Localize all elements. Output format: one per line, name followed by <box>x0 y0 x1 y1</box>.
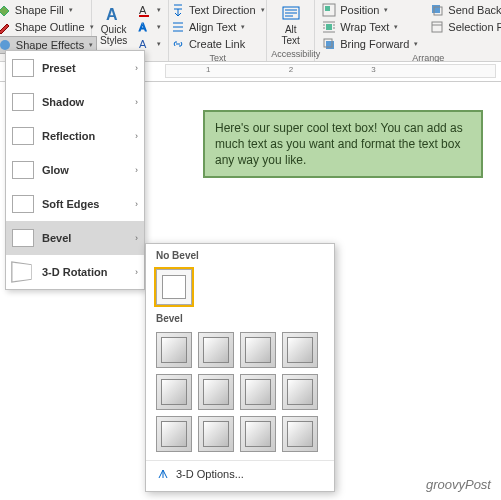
selection-pane-icon <box>430 20 444 34</box>
text-direction-button[interactable]: Text Direction▾ <box>168 2 268 18</box>
reflection-icon <box>12 127 34 145</box>
shadow-label: Shadow <box>42 96 84 108</box>
glow-label: Glow <box>42 164 69 176</box>
soft-edges-icon <box>12 195 34 213</box>
text-effects-icon: A <box>138 37 152 51</box>
svg-text:A: A <box>139 21 147 33</box>
bevel-swatch[interactable] <box>198 374 234 410</box>
svg-text:A: A <box>139 4 147 16</box>
watermark: groovyPost <box>426 477 491 492</box>
ruler-marks: 1 2 3 <box>165 64 496 78</box>
svg-rect-14 <box>432 22 442 32</box>
3d-options-button[interactable]: 3-D Options... <box>146 460 334 487</box>
bevel-swatch[interactable] <box>156 416 192 452</box>
align-text-label: Align Text <box>189 20 237 34</box>
text-outline-icon: A <box>138 20 152 34</box>
bevel-swatch[interactable] <box>156 374 192 410</box>
soft-edges-label: Soft Edges <box>42 198 99 210</box>
selection-pane-label: Selection Pane <box>448 20 501 34</box>
bring-forward-label: Bring Forward <box>340 37 409 51</box>
alt-text-button[interactable]: Alt Text <box>277 2 305 48</box>
letter-a-icon: A <box>104 4 124 24</box>
shape-effects-menu: Preset› Shadow› Reflection› Glow› Soft E… <box>5 50 145 290</box>
bevel-flyout: No Bevel Bevel 3-D Options... <box>145 243 335 492</box>
bevel-swatch[interactable] <box>282 374 318 410</box>
bevel-swatch[interactable] <box>198 332 234 368</box>
position-label: Position <box>340 3 379 17</box>
bring-forward-button[interactable]: Bring Forward▾ <box>319 36 421 52</box>
chevron-right-icon: › <box>135 131 138 141</box>
quick-styles-label: Quick Styles <box>100 24 127 46</box>
chevron-right-icon: › <box>135 233 138 243</box>
shape-fill-button[interactable]: Shape Fill▾ <box>0 2 97 18</box>
chevron-right-icon: › <box>135 165 138 175</box>
accessibility-group-label: Accessibility <box>271 48 310 61</box>
3d-options-label: 3-D Options... <box>176 468 244 480</box>
menu-item-bevel[interactable]: Bevel› <box>6 221 144 255</box>
bevel-swatch[interactable] <box>240 416 276 452</box>
shape-fill-label: Shape Fill <box>15 3 64 17</box>
svg-rect-12 <box>432 5 440 13</box>
text-fill-icon: A <box>138 3 152 17</box>
send-backward-icon <box>430 3 444 17</box>
align-text-icon <box>171 20 185 34</box>
wrap-text-label: Wrap Text <box>340 20 389 34</box>
text-direction-label: Text Direction <box>189 3 256 17</box>
send-backward-label: Send Backward <box>448 3 501 17</box>
svg-rect-10 <box>326 41 334 49</box>
no-bevel-section-label: No Bevel <box>146 244 334 265</box>
menu-item-reflection[interactable]: Reflection› <box>6 119 144 153</box>
wrap-text-icon <box>322 20 336 34</box>
no-bevel-swatch[interactable] <box>156 269 192 305</box>
position-icon <box>322 3 336 17</box>
bevel-swatch[interactable] <box>282 416 318 452</box>
glow-icon <box>12 161 34 179</box>
shape-outline-label: Shape Outline <box>15 20 85 34</box>
align-text-button[interactable]: Align Text▾ <box>168 19 268 35</box>
reflection-label: Reflection <box>42 130 95 142</box>
text-direction-icon <box>171 3 185 17</box>
create-link-label: Create Link <box>189 37 245 51</box>
chevron-right-icon: › <box>135 267 138 277</box>
wrap-text-button[interactable]: Wrap Text▾ <box>319 19 421 35</box>
menu-item-preset[interactable]: Preset› <box>6 51 144 85</box>
rotation-3d-label: 3-D Rotation <box>42 266 107 278</box>
text-outline-button[interactable]: A▾ <box>135 19 164 35</box>
bevel-swatch[interactable] <box>156 332 192 368</box>
svg-rect-3 <box>139 15 149 17</box>
shadow-icon <box>12 93 34 111</box>
link-icon <box>171 37 185 51</box>
preset-label: Preset <box>42 62 76 74</box>
bevel-swatch[interactable] <box>240 332 276 368</box>
bevel-label: Bevel <box>42 232 71 244</box>
sample-text-box[interactable]: Here's our super cool text box! You can … <box>203 110 483 178</box>
svg-text:A: A <box>106 6 118 23</box>
menu-item-glow[interactable]: Glow› <box>6 153 144 187</box>
alt-text-label: Alt Text <box>282 24 300 46</box>
svg-rect-9 <box>326 24 332 30</box>
bucket-icon <box>0 3 11 17</box>
svg-rect-8 <box>325 6 330 11</box>
bevel-swatch[interactable] <box>282 332 318 368</box>
chevron-right-icon: › <box>135 199 138 209</box>
menu-item-shadow[interactable]: Shadow› <box>6 85 144 119</box>
bevel-swatch[interactable] <box>240 374 276 410</box>
selection-pane-button[interactable]: Selection Pane <box>427 19 501 35</box>
svg-point-0 <box>0 40 10 50</box>
shape-outline-button[interactable]: Shape Outline▾ <box>0 19 97 35</box>
bevel-icon <box>12 229 34 247</box>
position-button[interactable]: Position▾ <box>319 2 421 18</box>
text-fill-button[interactable]: A▾ <box>135 2 164 18</box>
chevron-right-icon: › <box>135 97 138 107</box>
menu-item-3d-rotation[interactable]: 3-D Rotation› <box>6 255 144 289</box>
send-backward-button[interactable]: Send Backward▾ <box>427 2 501 18</box>
create-link-button[interactable]: Create Link <box>168 36 268 52</box>
bring-forward-icon <box>322 37 336 51</box>
bevel-swatch-grid <box>146 328 334 460</box>
rotation-3d-icon <box>11 261 31 282</box>
bevel-swatch[interactable] <box>198 416 234 452</box>
svg-text:A: A <box>139 38 147 50</box>
pencil-icon <box>0 20 11 34</box>
bevel-section-label: Bevel <box>146 307 334 328</box>
menu-item-soft-edges[interactable]: Soft Edges› <box>6 187 144 221</box>
